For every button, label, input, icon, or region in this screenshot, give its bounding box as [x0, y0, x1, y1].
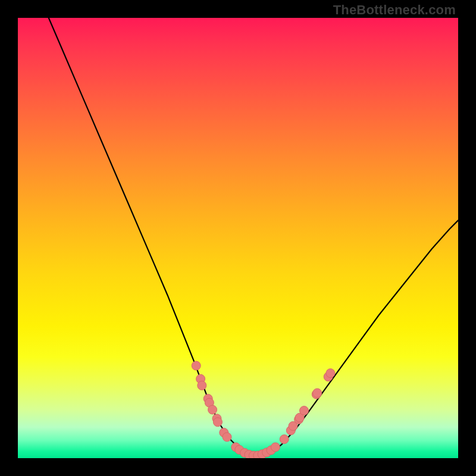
curve-layer	[49, 18, 458, 456]
watermark-text: TheBottleneck.com	[333, 2, 456, 18]
marker-layer	[192, 361, 335, 458]
curve-marker	[208, 405, 217, 414]
bottleneck-curve	[49, 18, 458, 456]
chart-frame: TheBottleneck.com	[0, 0, 476, 476]
curve-marker	[223, 433, 231, 441]
curve-marker	[300, 406, 309, 415]
curve-marker	[192, 361, 201, 370]
plot-area	[18, 18, 458, 458]
curve-marker	[313, 389, 322, 397]
curve-marker	[271, 443, 280, 452]
curve-marker	[326, 369, 335, 378]
curve-marker	[198, 381, 206, 390]
curve-marker	[280, 435, 289, 444]
curve-marker	[213, 418, 222, 427]
chart-svg	[18, 18, 458, 458]
